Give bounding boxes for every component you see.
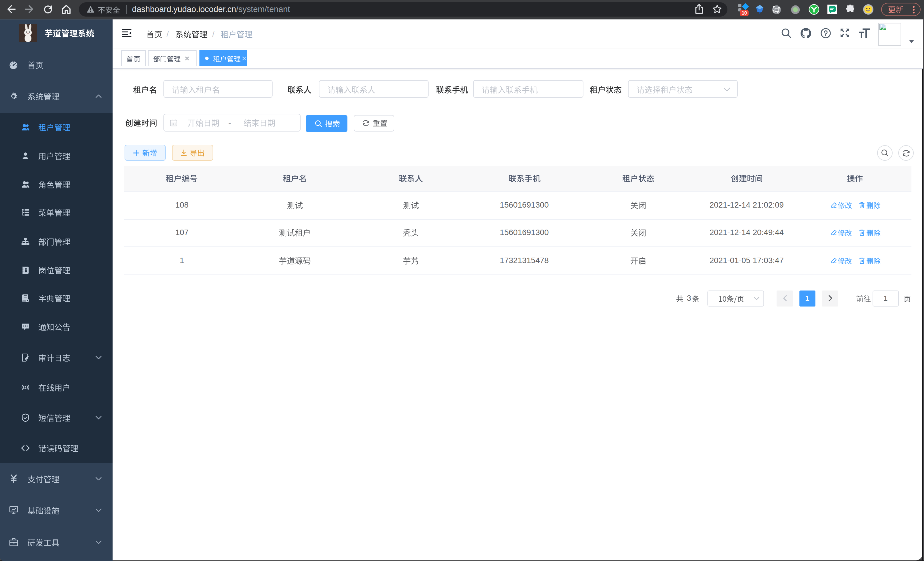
svg-text:10: 10 [742, 10, 747, 15]
